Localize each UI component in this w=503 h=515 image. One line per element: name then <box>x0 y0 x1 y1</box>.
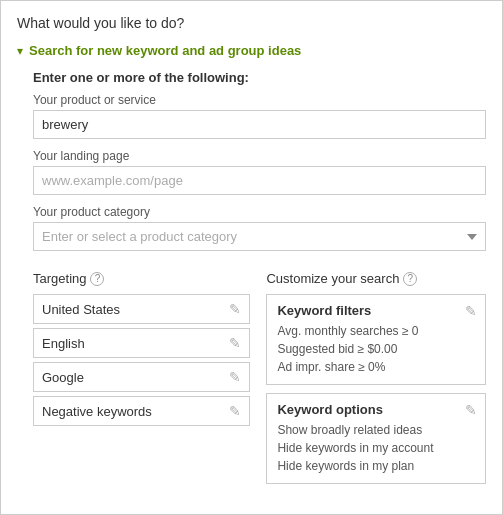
targeting-negative-keywords-label: Negative keywords <box>42 404 152 419</box>
keyword-options-edit-icon[interactable]: ✎ <box>465 402 477 418</box>
targeting-item-english: English ✎ <box>33 328 250 358</box>
targeting-us-label: United States <box>42 302 120 317</box>
category-label: Your product category <box>33 205 486 219</box>
customize-title: Customize your search ? <box>266 271 486 286</box>
landing-input[interactable] <box>33 166 486 195</box>
customize-title-text: Customize your search <box>266 271 399 286</box>
targeting-negative-keywords-edit-icon[interactable]: ✎ <box>229 403 241 419</box>
page-question: What would you like to do? <box>17 15 486 31</box>
keyword-filters-item-2: Suggested bid ≥ $0.00 <box>277 340 475 358</box>
customize-column: Customize your search ? ✎ Keyword filter… <box>266 271 486 492</box>
targeting-item-us: United States ✎ <box>33 294 250 324</box>
targeting-item-google: Google ✎ <box>33 362 250 392</box>
bottom-section: Targeting ? United States ✎ English ✎ Go… <box>33 271 486 492</box>
category-select[interactable]: Enter or select a product category <box>33 222 486 251</box>
targeting-title-text: Targeting <box>33 271 86 286</box>
targeting-google-label: Google <box>42 370 84 385</box>
targeting-english-edit-icon[interactable]: ✎ <box>229 335 241 351</box>
keyword-options-item-3: Hide keywords in my plan <box>277 457 475 475</box>
targeting-english-label: English <box>42 336 85 351</box>
section-body: Enter one or more of the following: Your… <box>17 70 486 492</box>
targeting-title: Targeting ? <box>33 271 250 286</box>
keyword-options-box: ✎ Keyword options Show broadly related i… <box>266 393 486 484</box>
customize-help-icon[interactable]: ? <box>403 272 417 286</box>
targeting-column: Targeting ? United States ✎ English ✎ Go… <box>33 271 250 492</box>
keyword-filters-title: Keyword filters <box>277 303 475 318</box>
landing-label: Your landing page <box>33 149 486 163</box>
targeting-help-icon[interactable]: ? <box>90 272 104 286</box>
toggle-arrow-icon: ▾ <box>17 44 23 58</box>
keyword-options-item-1: Show broadly related ideas <box>277 421 475 439</box>
keyword-filters-edit-icon[interactable]: ✎ <box>465 303 477 319</box>
section-toggle[interactable]: ▾ Search for new keyword and ad group id… <box>17 43 486 58</box>
product-label: Your product or service <box>33 93 486 107</box>
main-container: What would you like to do? ▾ Search for … <box>0 0 503 515</box>
keyword-options-title: Keyword options <box>277 402 475 417</box>
targeting-item-negative-keywords: Negative keywords ✎ <box>33 396 250 426</box>
enter-label: Enter one or more of the following: <box>33 70 486 85</box>
keyword-filters-item-3: Ad impr. share ≥ 0% <box>277 358 475 376</box>
targeting-us-edit-icon[interactable]: ✎ <box>229 301 241 317</box>
keyword-filters-box: ✎ Keyword filters Avg. monthly searches … <box>266 294 486 385</box>
keyword-options-item-2: Hide keywords in my account <box>277 439 475 457</box>
keyword-filters-item-1: Avg. monthly searches ≥ 0 <box>277 322 475 340</box>
product-input[interactable] <box>33 110 486 139</box>
targeting-google-edit-icon[interactable]: ✎ <box>229 369 241 385</box>
section-title[interactable]: Search for new keyword and ad group idea… <box>29 43 301 58</box>
